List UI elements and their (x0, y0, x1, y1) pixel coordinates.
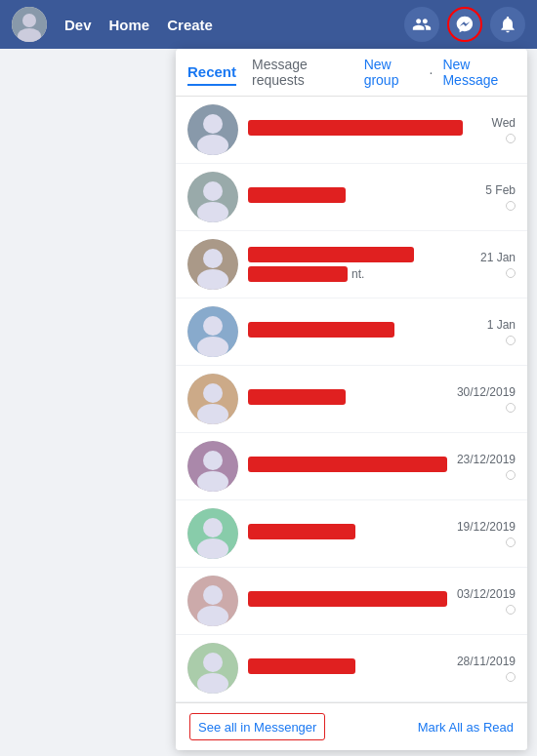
tab-recent[interactable]: Recent (187, 60, 236, 86)
message-item[interactable]: nt. 21 Jan (176, 231, 527, 298)
msg-status-dot (506, 403, 516, 413)
msg-date: 23/12/2019 (457, 453, 516, 466)
msg-name-redacted (248, 389, 346, 405)
mark-all-read-link[interactable]: Mark All as Read (418, 720, 514, 735)
msg-name-redacted (248, 187, 346, 203)
msg-name-row (248, 524, 447, 539)
msg-content (248, 591, 447, 611)
svg-point-23 (197, 538, 228, 559)
msg-name-row (248, 120, 482, 136)
msg-status-dot (506, 605, 516, 615)
msg-meta: 23/12/2019 (457, 453, 516, 480)
nav-link-home[interactable]: Home (109, 17, 150, 33)
nav-icons (404, 7, 525, 42)
message-item[interactable]: 19/12/2019 (176, 500, 527, 568)
bell-icon-btn[interactable] (490, 7, 525, 42)
svg-point-26 (197, 606, 228, 626)
msg-status-dot (506, 268, 516, 278)
msg-meta: 28/11/2019 (457, 655, 516, 682)
panel-header-actions: New group · New Message (364, 57, 516, 88)
message-list: Wed 5 Feb (176, 97, 527, 702)
see-all-messenger-btn[interactable]: See all in Messenger (189, 713, 325, 740)
svg-point-19 (203, 451, 223, 470)
msg-name-redacted (248, 120, 463, 136)
msg-name-redacted (248, 247, 414, 262)
tab-message-requests[interactable]: Message requests (252, 57, 349, 88)
msg-name-redacted (248, 457, 447, 472)
messenger-dropdown: Recent Message requests New group · New … (176, 49, 527, 750)
msg-meta: 03/12/2019 (457, 587, 516, 615)
see-all-label: See all in Messenger (198, 720, 316, 735)
msg-date: 21 Jan (480, 251, 516, 264)
panel-header: Recent Message requests New group · New … (176, 49, 527, 97)
msg-name-row (248, 457, 447, 472)
msg-avatar (187, 576, 238, 626)
new-message-link[interactable]: New Message (442, 57, 516, 88)
msg-preview-text: nt. (351, 267, 364, 281)
msg-content (248, 120, 482, 139)
msg-status-dot (506, 336, 516, 345)
svg-point-28 (203, 653, 223, 672)
message-item[interactable]: 5 Feb (176, 164, 527, 231)
message-item[interactable]: 30/12/2019 (176, 366, 527, 433)
msg-content (248, 322, 477, 341)
msg-status-dot (506, 201, 516, 211)
msg-name-row (248, 591, 447, 607)
msg-content (248, 524, 447, 543)
msg-status-dot (506, 134, 516, 143)
nav-link-create[interactable]: Create (167, 17, 213, 33)
svg-point-29 (197, 673, 228, 694)
msg-date: 03/12/2019 (457, 587, 516, 601)
top-navigation: Dev Home Create (0, 0, 537, 49)
message-item[interactable]: Wed (176, 97, 527, 164)
svg-point-5 (197, 135, 228, 155)
msg-meta: 19/12/2019 (457, 520, 516, 547)
msg-preview-redacted (248, 266, 348, 282)
msg-name-row (248, 187, 475, 203)
nav-link-dev[interactable]: Dev (64, 17, 92, 33)
msg-avatar (187, 104, 238, 155)
svg-point-20 (197, 471, 228, 492)
msg-avatar (187, 306, 238, 357)
msg-date: 28/11/2019 (457, 655, 516, 668)
msg-name-redacted (248, 658, 355, 674)
msg-content (248, 187, 475, 207)
message-item[interactable]: 28/11/2019 (176, 635, 527, 702)
msg-date: 1 Jan (487, 318, 516, 332)
svg-point-4 (203, 114, 223, 134)
msg-avatar (187, 643, 238, 694)
msg-avatar (187, 441, 238, 492)
svg-point-11 (197, 269, 228, 290)
msg-name-redacted (248, 322, 394, 338)
svg-point-17 (197, 404, 228, 424)
new-group-link[interactable]: New group (364, 57, 420, 88)
message-item[interactable]: 23/12/2019 (176, 433, 527, 500)
svg-point-7 (203, 181, 223, 201)
friends-icon-btn[interactable] (404, 7, 439, 42)
svg-point-10 (203, 249, 223, 268)
svg-point-14 (197, 337, 228, 357)
msg-name-redacted (248, 591, 447, 607)
svg-point-8 (197, 202, 228, 222)
msg-date: 30/12/2019 (457, 385, 516, 399)
msg-name-row (248, 389, 447, 405)
msg-date: 5 Feb (485, 183, 516, 197)
nav-links: Dev Home Create (64, 17, 213, 33)
svg-point-25 (203, 585, 223, 605)
msg-name-row (248, 658, 447, 674)
msg-meta: 1 Jan (487, 318, 516, 345)
msg-status-dot (506, 537, 516, 547)
msg-name-row (248, 247, 471, 262)
msg-name-row (248, 322, 477, 338)
message-item[interactable]: 1 Jan (176, 298, 527, 366)
msg-avatar (187, 239, 238, 290)
msg-avatar (187, 374, 238, 424)
message-item[interactable]: 03/12/2019 (176, 568, 527, 635)
panel-footer: See all in Messenger Mark All as Read (176, 702, 527, 750)
action-separator: · (430, 64, 434, 80)
msg-avatar (187, 508, 238, 559)
user-avatar[interactable] (12, 7, 47, 42)
svg-point-13 (203, 316, 223, 336)
messenger-icon-btn[interactable] (447, 7, 482, 42)
msg-preview-row: nt. (248, 266, 471, 282)
